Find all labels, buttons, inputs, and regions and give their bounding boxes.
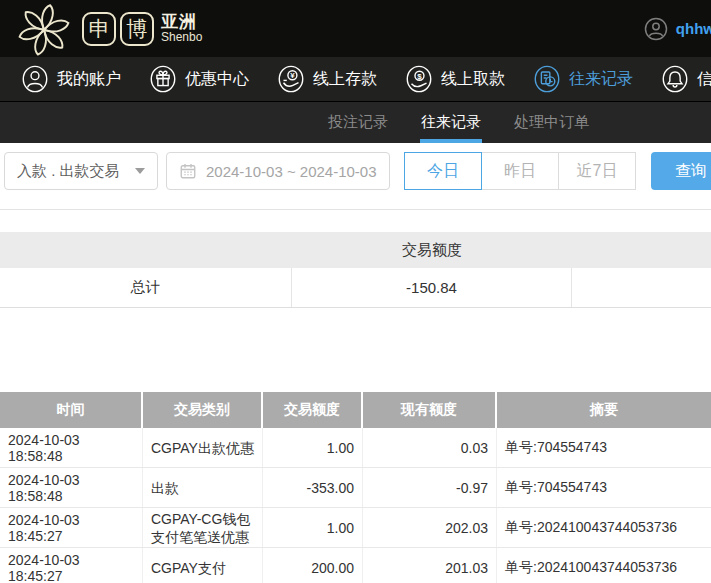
table-row: 2024-10-03 18:58:48 CGPAY出款优惠 1.00 0.03 … xyxy=(0,428,711,468)
chevron-down-icon xyxy=(135,168,145,174)
nav-label: 线上取款 xyxy=(441,69,505,90)
quick-date-buttons: 今日 昨日 近7日 xyxy=(404,152,636,190)
nav-label: 我的账户 xyxy=(57,69,121,90)
last7days-button[interactable]: 近7日 xyxy=(558,152,636,190)
cell-balance: 201.03 xyxy=(363,548,497,583)
user-icon xyxy=(20,64,50,94)
col-header-note: 摘要 xyxy=(497,392,711,428)
summary-header-label: 交易额度 xyxy=(292,241,572,260)
logo-char-shen: 申 xyxy=(82,12,116,46)
table-row: 2024-10-03 18:45:27 CGPAY-CG钱包支付笔笔送优惠 1.… xyxy=(0,508,711,548)
table-row: 2024-10-03 18:45:27 CGPAY支付 200.00 201.0… xyxy=(0,548,711,583)
col-header-balance: 现有额度 xyxy=(363,392,497,428)
summary-total-value: -150.84 xyxy=(292,268,572,307)
cell-note: 单号:704554743 xyxy=(497,468,711,507)
bell-icon xyxy=(660,64,690,94)
search-button[interactable]: 查询 xyxy=(651,152,711,190)
transactions-table: 时间 交易类别 交易额度 现有额度 摘要 2024-10-03 18:58:48… xyxy=(0,392,711,583)
cell-time: 2024-10-03 18:45:27 xyxy=(0,548,143,583)
deposit-icon: ¥ xyxy=(276,64,306,94)
withdraw-icon: $ xyxy=(404,64,434,94)
nav-item-withdraw[interactable]: $ 线上取款 xyxy=(404,64,505,94)
records-icon xyxy=(532,64,562,94)
site-logo[interactable]: 申 博 亚洲 Shenbo xyxy=(14,1,202,57)
summary-empty-cell xyxy=(572,268,711,307)
nav-item-messages[interactable]: 信息 xyxy=(660,64,711,94)
yesterday-button[interactable]: 昨日 xyxy=(481,152,559,190)
cell-amount: 1.00 xyxy=(263,428,363,467)
summary-total-label: 总计 xyxy=(0,268,292,307)
tab-betting-records[interactable]: 投注记录 xyxy=(328,102,388,143)
logo-char-bo: 博 xyxy=(120,12,154,46)
cell-type: CGPAY出款优惠 xyxy=(143,428,263,467)
nav-label: 往来记录 xyxy=(569,69,633,90)
cell-balance: 0.03 xyxy=(363,428,497,467)
today-button[interactable]: 今日 xyxy=(404,152,482,190)
cell-note: 单号:704554743 xyxy=(497,428,711,467)
main-nav: 我的账户 优惠中心 ¥ 线上存款 $ 线上取款 xyxy=(0,57,711,102)
nav-label: 优惠中心 xyxy=(185,69,249,90)
svg-text:¥: ¥ xyxy=(290,71,295,80)
transaction-type-select[interactable]: 入款 . 出款交易 xyxy=(4,152,158,190)
flower-logo-icon xyxy=(14,1,74,57)
cell-note: 单号:202410043744053736 xyxy=(497,508,711,547)
date-range-value: 2024-10-03 ~ 2024-10-03 xyxy=(206,163,377,180)
brand-name: Shenbo xyxy=(161,31,202,45)
nav-item-my-account[interactable]: 我的账户 xyxy=(20,64,121,94)
nav-item-records[interactable]: 往来记录 xyxy=(532,64,633,94)
svg-text:$: $ xyxy=(417,72,422,81)
cell-time: 2024-10-03 18:58:48 xyxy=(0,428,143,467)
col-header-type: 交易类别 xyxy=(143,392,263,428)
nav-item-promotions[interactable]: 优惠中心 xyxy=(148,64,249,94)
date-range-input[interactable]: 2024-10-03 ~ 2024-10-03 xyxy=(166,152,390,190)
avatar-icon xyxy=(644,17,668,41)
cell-balance: 202.03 xyxy=(363,508,497,547)
gift-icon xyxy=(148,64,178,94)
summary-table: 交易额度 总计 -150.84 xyxy=(0,232,711,308)
cell-type: CGPAY-CG钱包支付笔笔送优惠 xyxy=(143,508,263,547)
cell-amount: 200.00 xyxy=(263,548,363,583)
col-header-time: 时间 xyxy=(0,392,143,428)
cell-time: 2024-10-03 18:58:48 xyxy=(0,468,143,507)
cell-type: CGPAY支付 xyxy=(143,548,263,583)
nav-item-deposit[interactable]: ¥ 线上存款 xyxy=(276,64,377,94)
cell-amount: -353.00 xyxy=(263,468,363,507)
cell-amount: 1.00 xyxy=(263,508,363,547)
calendar-icon xyxy=(179,162,197,180)
top-header: 申 博 亚洲 Shenbo qhhw xyxy=(0,0,711,57)
user-account[interactable]: qhhw xyxy=(644,0,711,57)
brand-region: 亚洲 xyxy=(161,12,202,32)
cell-note: 单号:202410043744053736 xyxy=(497,548,711,583)
table-header-row: 时间 交易类别 交易额度 现有额度 摘要 xyxy=(0,392,711,428)
cell-balance: -0.97 xyxy=(363,468,497,507)
nav-label: 信息 xyxy=(697,69,711,90)
table-row: 2024-10-03 18:58:48 出款 -353.00 -0.97 单号:… xyxy=(0,468,711,508)
nav-label: 线上存款 xyxy=(313,69,377,90)
summary-total-row: 总计 -150.84 xyxy=(0,268,711,308)
username[interactable]: qhhw xyxy=(676,20,711,37)
tab-transaction-records[interactable]: 往来记录 xyxy=(421,102,481,143)
tab-pending-orders[interactable]: 处理中订单 xyxy=(514,102,589,143)
summary-header-row: 交易额度 xyxy=(0,232,711,268)
filter-bar: 入款 . 出款交易 2024-10-03 ~ 2024-10-03 今日 昨日 … xyxy=(0,143,711,210)
col-header-amount: 交易额度 xyxy=(263,392,363,428)
cell-time: 2024-10-03 18:45:27 xyxy=(0,508,143,547)
record-tabs: 投注记录 往来记录 处理中订单 xyxy=(0,102,711,143)
cell-type: 出款 xyxy=(143,468,263,507)
transaction-type-value: 入款 . 出款交易 xyxy=(17,162,120,181)
